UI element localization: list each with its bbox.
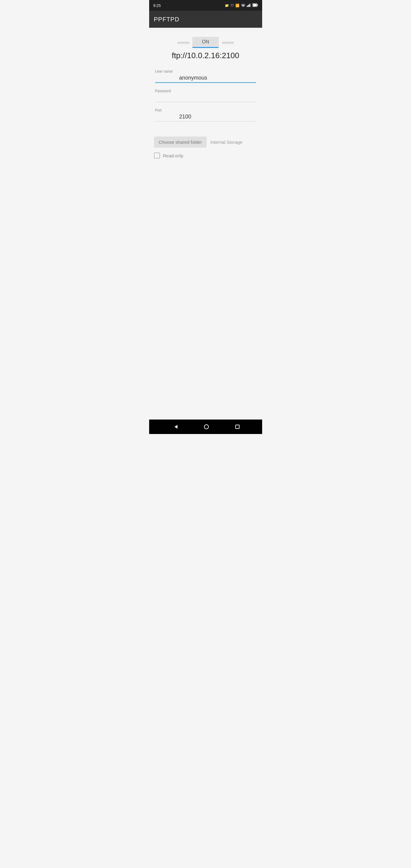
port-input[interactable] — [155, 108, 256, 121]
port-field: Port — [155, 108, 256, 121]
form-section: User name Password Port — [154, 69, 257, 127]
toggle-section: »»»»» ON ««««« — [178, 37, 234, 48]
password-field: Password — [155, 89, 256, 102]
choose-folder-button[interactable]: Choose shared folder — [154, 136, 207, 148]
main-content: »»»»» ON ««««« ftp://10.0.2.16:2100 User… — [149, 28, 262, 420]
svg-rect-6 — [253, 4, 256, 6]
status-time: 9:25 — [153, 3, 161, 8]
battery-icon — [253, 3, 258, 7]
file-manager-icon: 📁 — [225, 4, 229, 7]
readonly-row: Read-only — [154, 153, 257, 158]
arrows-left-icon: »»»»» — [178, 40, 190, 45]
password-label: Password — [155, 89, 171, 93]
wifi-icon — [241, 3, 245, 7]
status-bar: 9:25 📁 🛡 📶 — [149, 0, 262, 11]
toggle-button[interactable]: ON — [192, 37, 219, 48]
nav-home-button[interactable] — [204, 424, 209, 429]
nav-bar — [149, 420, 262, 434]
back-icon — [171, 425, 178, 429]
username-label: User name — [155, 69, 173, 73]
svg-rect-3 — [250, 3, 251, 7]
home-icon — [204, 424, 209, 429]
folder-row: Choose shared folder Internal Storage — [154, 136, 257, 148]
arrows-right-icon: ««««« — [222, 40, 234, 45]
recents-icon — [235, 425, 240, 429]
sim-icon: 📶 — [235, 4, 240, 7]
app-title: PPFTPD — [154, 16, 180, 23]
svg-rect-2 — [249, 4, 250, 7]
username-field: User name — [155, 69, 256, 83]
nav-recents-button[interactable] — [235, 425, 240, 429]
app-bar: PPFTPD — [149, 11, 262, 28]
shield-icon: 🛡 — [230, 4, 234, 7]
svg-rect-0 — [247, 6, 248, 7]
svg-rect-5 — [257, 4, 258, 6]
svg-rect-1 — [248, 5, 249, 7]
signal-icon — [247, 3, 251, 7]
nav-back-button[interactable] — [171, 425, 178, 429]
readonly-checkbox[interactable] — [154, 153, 160, 158]
readonly-label: Read-only — [163, 153, 184, 158]
port-label: Port — [155, 108, 162, 113]
ftp-url-display: ftp://10.0.2.16:2100 — [172, 51, 239, 60]
status-icons: 📁 🛡 📶 — [225, 3, 258, 7]
folder-value: Internal Storage — [210, 140, 243, 145]
